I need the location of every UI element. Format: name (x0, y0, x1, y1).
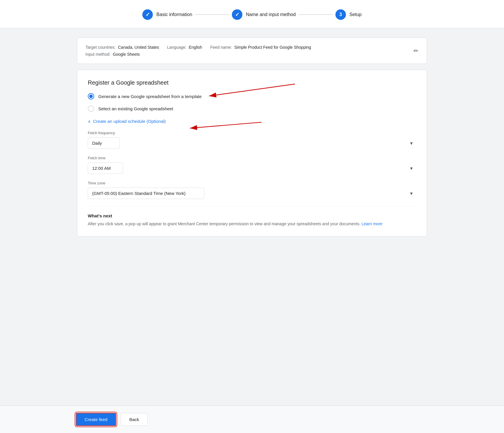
whats-next-desc: After you click save, a pop up will appe… (88, 221, 416, 227)
summary-row-2: Input method: Google Sheets (85, 52, 419, 57)
fetch-time-label: Fetch time (88, 156, 416, 160)
radio-option-existing[interactable]: Select an existing Google spreadsheet (88, 105, 416, 112)
fetch-time-group: Fetch time 12:00 AM 1:00 AM 2:00 AM ▾ (88, 156, 416, 174)
dropdown-arrow-icon-tz: ▾ (410, 190, 413, 197)
target-countries-label: Target countries: (85, 45, 116, 50)
step-2-circle: ✓ (232, 9, 242, 20)
step-3-circle: 3 (335, 9, 346, 20)
language-value: English (189, 45, 202, 50)
step-connector-1 (195, 14, 230, 15)
fetch-time-wrapper: 12:00 AM 1:00 AM 2:00 AM ▾ (88, 163, 416, 174)
feed-name-label: Feed name: (210, 45, 232, 50)
edit-summary-button[interactable]: ✏ (412, 46, 420, 55)
language-label: Language: (167, 45, 186, 50)
time-zone-select[interactable]: (GMT-05:00) Eastern Standard Time (New Y… (88, 188, 204, 199)
radio-option-new[interactable]: Generate a new Google spreadsheet from a… (88, 93, 416, 99)
step-connector-2 (298, 14, 333, 15)
stepper: ✓ Basic information ✓ Name and input met… (0, 0, 504, 28)
learn-more-link[interactable]: Learn more (362, 221, 383, 226)
radio-circle-existing (88, 105, 94, 112)
step-setup: 3 Setup (335, 9, 362, 20)
upload-schedule-label: Create an upload schedule (Optional) (93, 119, 166, 124)
setup-card: Register a Google spreadsheet Generate a… (77, 70, 427, 237)
dropdown-arrow-icon: ▾ (410, 140, 413, 146)
check-icon-2: ✓ (235, 11, 239, 18)
summary-card: Target countries: Canada, United States … (77, 38, 427, 64)
create-feed-button[interactable]: Create feed (76, 413, 116, 426)
step-1-circle: ✓ (142, 9, 153, 20)
main-content: Target countries: Canada, United States … (77, 38, 427, 237)
step-1-label: Basic information (156, 12, 192, 17)
setup-card-container: Register a Google spreadsheet Generate a… (77, 70, 427, 237)
dropdown-arrow-icon-time: ▾ (410, 165, 413, 172)
footer-bar: Create feed Back (0, 406, 504, 433)
step-2-label: Name and input method (246, 12, 296, 17)
time-zone-wrapper: (GMT-05:00) Eastern Standard Time (New Y… (88, 188, 416, 199)
chevron-up-icon: ∧ (88, 119, 91, 124)
whats-next-title: What's next (88, 213, 416, 218)
whats-next-section: What's next After you click save, a pop … (88, 206, 416, 227)
step-3-number: 3 (339, 12, 342, 17)
fetch-frequency-wrapper: Daily Weekly Monthly ▾ (88, 137, 416, 149)
whats-next-text: After you click save, a pop up will appe… (88, 221, 360, 226)
fetch-frequency-select[interactable]: Daily Weekly Monthly (88, 137, 120, 149)
radio-label-new: Generate a new Google spreadsheet from a… (98, 94, 202, 99)
input-method-label: Input method: (85, 52, 111, 57)
back-button[interactable]: Back (121, 413, 147, 426)
section-title: Register a Google spreadsheet (88, 79, 416, 86)
pencil-icon: ✏ (414, 48, 419, 54)
upload-schedule-toggle[interactable]: ∧ Create an upload schedule (Optional) (88, 119, 416, 124)
radio-label-existing: Select an existing Google spreadsheet (98, 106, 173, 111)
radio-group: Generate a new Google spreadsheet from a… (88, 93, 416, 112)
step-3-label: Setup (349, 12, 362, 17)
target-countries-value: Canada, United States (118, 45, 159, 50)
radio-inner-new (89, 95, 93, 98)
input-method-value: Google Sheets (113, 52, 140, 57)
feed-name-value: Simple Product Feed for Google Shopping (235, 45, 311, 50)
fetch-time-select[interactable]: 12:00 AM 1:00 AM 2:00 AM (88, 163, 123, 174)
fetch-frequency-group: Fetch frequency Daily Weekly Monthly ▾ (88, 131, 416, 149)
summary-row-1: Target countries: Canada, United States … (85, 45, 419, 50)
radio-circle-new (88, 93, 94, 99)
check-icon-1: ✓ (146, 11, 150, 18)
time-zone-label: Time zone (88, 181, 416, 185)
step-name-input: ✓ Name and input method (232, 9, 296, 20)
fetch-frequency-label: Fetch frequency (88, 131, 416, 135)
time-zone-group: Time zone (GMT-05:00) Eastern Standard T… (88, 181, 416, 199)
step-basic-info: ✓ Basic information (142, 9, 192, 20)
